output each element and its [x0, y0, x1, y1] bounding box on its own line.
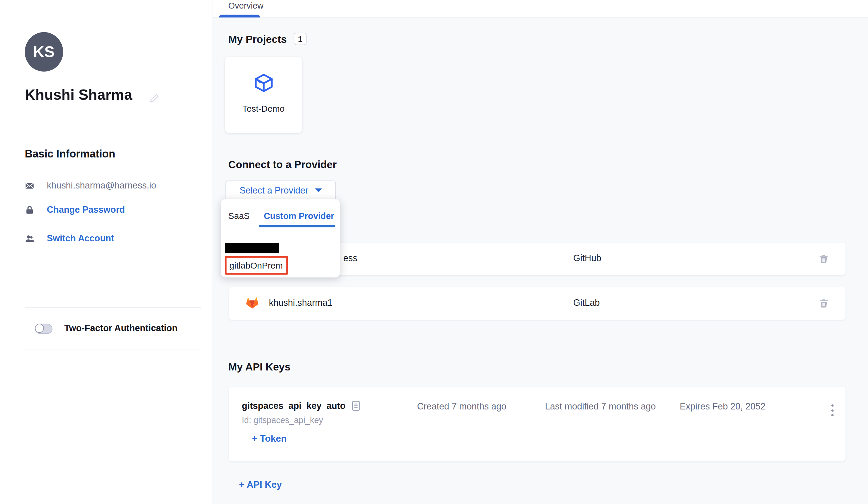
dropdown-active-tab-underline — [259, 225, 335, 227]
my-api-keys-title: My API Keys — [228, 361, 290, 373]
add-token-link[interactable]: + Token — [252, 433, 287, 444]
gitlab-icon — [245, 295, 260, 310]
dropdown-tab-saas[interactable]: SaaS — [228, 211, 249, 221]
email-icon — [25, 181, 34, 190]
copy-icon[interactable] — [352, 400, 360, 411]
email-row: khushi.sharma@harness.io — [25, 181, 156, 191]
avatar: KS — [25, 32, 63, 72]
sidebar-divider-top — [25, 307, 202, 308]
projects-count-badge: 1 — [294, 33, 307, 45]
provider-account: khushi.sharma1 — [269, 298, 333, 308]
main-content: Overview My Projects 1 Test-Demo Connect… — [213, 0, 868, 504]
user-name: Khushi Sharma — [25, 86, 132, 104]
project-name: Test-Demo — [242, 104, 285, 114]
change-password-row: Change Password — [25, 205, 125, 215]
api-key-created: Created 7 months ago — [417, 402, 506, 412]
provider-type-label: GitLab — [574, 298, 600, 308]
select-provider-button[interactable]: Select a Provider — [226, 181, 336, 200]
switch-account-icon — [25, 234, 34, 243]
project-cube-icon — [253, 72, 274, 94]
two-factor-toggle[interactable] — [35, 324, 52, 334]
api-key-id: Id: gitspaces_api_key — [242, 415, 323, 424]
user-email: khushi.sharma@harness.io — [46, 181, 156, 191]
profile-sidebar: KS Khushi Sharma Basic Information khush… — [0, 0, 213, 504]
provider-row-gitlab: khushi.sharma1 GitLab — [229, 287, 846, 320]
option-label: gitlabOnPrem — [226, 260, 282, 270]
chevron-down-icon — [315, 189, 322, 192]
select-provider-label: Select a Provider — [240, 185, 309, 195]
dropdown-tab-custom-provider[interactable]: Custom Provider — [264, 211, 334, 221]
avatar-initials: KS — [33, 43, 55, 61]
two-factor-label: Two-Factor Authentication — [64, 323, 177, 333]
api-key-name: gitspaces_api_key_auto — [242, 401, 345, 411]
change-password-link[interactable]: Change Password — [46, 205, 125, 215]
api-key-name-line: gitspaces_api_key_auto — [242, 400, 360, 411]
edit-name-icon[interactable] — [149, 93, 159, 103]
add-api-key-link[interactable]: + API Key — [239, 480, 282, 490]
delete-provider-icon[interactable] — [818, 253, 829, 264]
tab-overview[interactable]: Overview — [228, 1, 264, 10]
basic-information-title: Basic Information — [25, 148, 115, 160]
switch-account-link[interactable]: Switch Account — [46, 233, 114, 243]
api-key-modified: Last modified 7 months ago — [545, 402, 656, 412]
api-key-card: gitspaces_api_key_auto Id: gitspaces_api… — [229, 387, 846, 462]
api-key-menu-icon[interactable] — [831, 404, 834, 416]
provider-dropdown: SaaS Custom Provider gitlabOnPrem — [221, 199, 340, 278]
option-gitlab-on-prem[interactable]: gitlabOnPrem — [225, 256, 288, 275]
sidebar-divider-bottom — [25, 350, 202, 350]
provider-account-fragment: ess — [343, 253, 358, 263]
tab-bar: Overview — [213, 0, 868, 18]
provider-type-label: GitHub — [574, 253, 601, 263]
delete-provider-icon[interactable] — [818, 298, 829, 309]
tab-overview-underline — [219, 15, 260, 18]
api-key-expires: Expires Feb 20, 2052 — [680, 402, 765, 412]
my-projects-title: My Projects — [228, 33, 287, 46]
profile-page: KS Khushi Sharma Basic Information khush… — [0, 0, 868, 504]
project-card-test-demo[interactable]: Test-Demo — [225, 57, 302, 133]
switch-account-row: Switch Account — [25, 233, 114, 243]
redacted-option[interactable] — [225, 243, 279, 253]
connect-provider-title: Connect to a Provider — [228, 158, 337, 171]
lock-icon — [25, 205, 34, 214]
